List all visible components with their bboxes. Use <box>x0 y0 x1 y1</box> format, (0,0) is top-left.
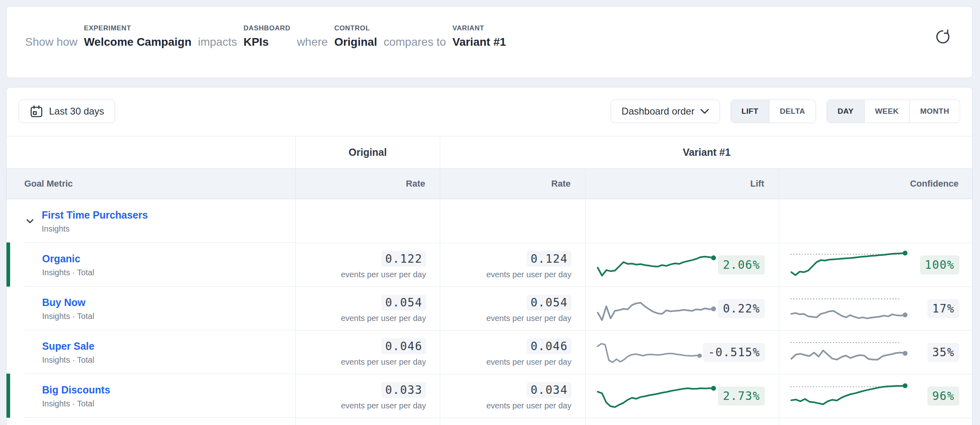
sparkline-chart <box>596 292 718 325</box>
metric-link[interactable]: Buy Now <box>42 297 85 308</box>
chevron-down-icon <box>700 108 709 114</box>
confidence-value: 96% <box>927 387 959 406</box>
query-token-text: compares to <box>383 35 446 49</box>
date-range-label: Last 30 days <box>49 106 104 117</box>
metric-link[interactable]: Super Sale <box>42 340 94 352</box>
variant-rate-value: 0.046 <box>527 338 571 354</box>
segment-month[interactable]: MONTH <box>909 100 960 123</box>
control-rate-value: 0.046 <box>381 338 426 354</box>
next-row-partial <box>6 418 972 425</box>
confidence-value: 100% <box>920 255 959 274</box>
control-rate-cell: 0.033events per user per day <box>296 374 440 418</box>
collapse-chevron-icon[interactable] <box>24 215 36 227</box>
query-token-control[interactable]: CONTROLOriginal <box>334 24 377 49</box>
col-header-confidence: Confidence <box>779 169 973 199</box>
query-token-text: where <box>297 35 328 49</box>
control-column-group: Original <box>296 136 440 168</box>
variant-rate-cell: 0.034events per user per day <box>440 374 586 418</box>
metric-link[interactable]: Big Discounts <box>42 384 110 395</box>
rate-unit: events per user per day <box>341 314 426 323</box>
query-token-impacts: impacts <box>198 35 237 49</box>
date-range-button[interactable]: Last 30 days <box>19 100 115 123</box>
column-header-row: Goal Metric Rate Rate Lift Confidence <box>6 169 972 199</box>
rate-unit: events per user per day <box>341 270 426 279</box>
query-token-show-how: Show how <box>25 35 77 49</box>
query-token-text: Welcome Campaign <box>84 35 192 49</box>
sort-order-button[interactable]: Dashboard order <box>611 100 720 123</box>
control-rate-cell: 0.054events per user per day <box>296 287 440 330</box>
metric-row-buy-now: Buy NowInsights · Total0.054events per u… <box>6 287 972 330</box>
variant-rate-value: 0.054 <box>527 295 571 310</box>
table-body: First Time PurchasersInsightsOrganicInsi… <box>6 199 972 418</box>
confidence-value: 17% <box>927 299 959 318</box>
sort-order-label: Dashboard order <box>622 106 695 117</box>
confidence-cell: 96% <box>779 374 973 418</box>
sparkline-chart <box>596 336 703 369</box>
sparkline-chart <box>790 380 909 413</box>
sparkline-chart <box>596 380 718 413</box>
refresh-button[interactable] <box>934 28 951 45</box>
segment-day[interactable]: DAY <box>827 100 864 123</box>
query-token-text: Variant #1 <box>452 35 506 49</box>
rate-unit: events per user per day <box>341 401 426 410</box>
query-token-where: where <box>297 35 328 49</box>
variant-rate-value: 0.034 <box>527 382 571 398</box>
sparkline-chart <box>790 249 909 282</box>
control-rate-value: 0.054 <box>381 295 426 310</box>
granularity-toggle: DAYWEEKMONTH <box>827 100 960 123</box>
group-row-first-time-purchasers: First Time PurchasersInsights <box>6 199 972 243</box>
lift-cell: 0.22% <box>586 287 779 330</box>
variant-column-group: Variant #1 <box>440 136 973 168</box>
query-token-text: Original <box>334 35 377 49</box>
rate-unit: events per user per day <box>341 357 426 367</box>
confidence-cell: 35% <box>779 330 973 374</box>
toolbar: Last 30 days Dashboard order LIFTDELTA D… <box>6 87 972 136</box>
control-rate-value: 0.033 <box>381 382 426 398</box>
group-metric-subtitle: Insights <box>42 224 148 234</box>
query-token-text: impacts <box>198 35 237 49</box>
metrics-table: Original Variant #1 Goal Metric Rate Rat… <box>6 136 972 425</box>
lift-cell: 2.06% <box>586 243 779 287</box>
query-token-compares-to: compares to <box>383 35 446 49</box>
query-token-eyebrow: DASHBOARD <box>243 24 290 32</box>
rate-unit: events per user per day <box>486 401 571 410</box>
sparkline-chart <box>596 249 718 282</box>
metric-link[interactable]: Organic <box>42 253 80 264</box>
confidence-cell: 17% <box>779 287 973 330</box>
variant-group-header-row: Original Variant #1 <box>6 136 972 169</box>
calendar-icon <box>30 104 43 118</box>
query-token-text: Show how <box>25 35 77 49</box>
lift-value: 0.22% <box>718 299 765 318</box>
confidence-value: 35% <box>927 343 959 362</box>
query-token-text: KPIs <box>243 35 290 49</box>
metric-row-organic: OrganicInsights · Total0.122events per u… <box>6 243 972 287</box>
variant-rate-cell: 0.054events per user per day <box>440 287 586 330</box>
significance-accent-bar <box>6 374 10 418</box>
results-card: Last 30 days Dashboard order LIFTDELTA D… <box>6 87 973 425</box>
segment-lift[interactable]: LIFT <box>731 100 769 123</box>
metric-subtitle: Insights · Total <box>42 268 94 277</box>
query-sentence: Show howEXPERIMENTWelcome Campaignimpact… <box>25 24 934 60</box>
rate-unit: events per user per day <box>486 270 571 279</box>
query-token-variant[interactable]: VARIANTVariant #1 <box>452 24 506 49</box>
metric-row-big-discounts: Big DiscountsInsights · Total0.033events… <box>6 374 972 418</box>
col-header-goal-metric: Goal Metric <box>6 169 296 199</box>
metric-subtitle: Insights · Total <box>42 355 94 365</box>
metric-subtitle: Insights · Total <box>42 399 110 408</box>
col-header-control-rate: Rate <box>296 169 440 199</box>
query-token-dashboard[interactable]: DASHBOARDKPIs <box>243 24 290 49</box>
lift-cell: -0.515% <box>586 330 779 374</box>
metric-subtitle: Insights · Total <box>42 312 94 321</box>
confidence-cell: 100% <box>779 243 973 287</box>
rate-unit: events per user per day <box>486 314 571 323</box>
group-metric-link[interactable]: First Time Purchasers <box>42 209 148 221</box>
segment-delta[interactable]: DELTA <box>769 100 816 123</box>
control-rate-cell: 0.046events per user per day <box>296 330 440 374</box>
metric-row-super-sale: Super SaleInsights · Total0.046events pe… <box>6 330 972 374</box>
lift-cell: 2.73% <box>586 374 779 418</box>
variant-rate-cell: 0.046events per user per day <box>440 330 586 374</box>
control-rate-value: 0.122 <box>381 251 426 267</box>
query-token-experiment[interactable]: EXPERIMENTWelcome Campaign <box>84 24 192 49</box>
segment-week[interactable]: WEEK <box>864 100 910 123</box>
col-header-variant-rate: Rate <box>440 169 586 199</box>
